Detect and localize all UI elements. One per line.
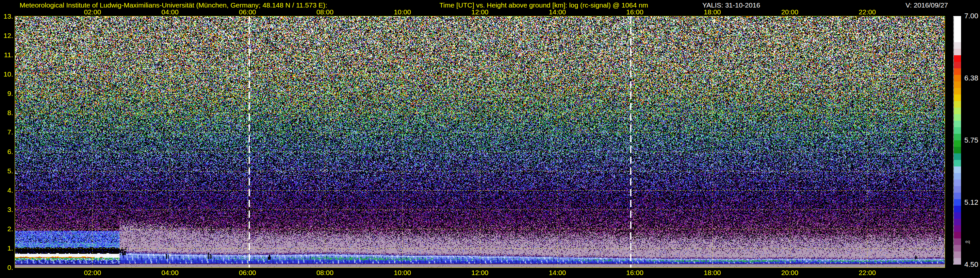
colorbar-segment xyxy=(954,94,961,101)
y-axis-label: 12. xyxy=(0,32,13,39)
y-axis-label: 2. xyxy=(0,225,13,233)
colorbar-segment xyxy=(954,238,961,245)
colorbar-segment xyxy=(954,81,961,88)
colorbar xyxy=(953,16,961,265)
colorbar-segment xyxy=(954,160,961,166)
top-time-label: 02:00 xyxy=(80,8,105,16)
colorbar-segment xyxy=(954,114,961,121)
colorbar-segment xyxy=(954,258,961,265)
bottom-time-label: 06:00 xyxy=(235,269,261,276)
top-time-label: 22:00 xyxy=(854,8,880,16)
colorbar-label: 7.00 xyxy=(964,12,978,20)
colorbar-label: 5.75 xyxy=(964,136,978,144)
y-axis-label: 7. xyxy=(0,128,13,136)
colorbar-label: 5.12 xyxy=(964,198,978,206)
colorbar-segment xyxy=(954,153,961,160)
colorbar-segment xyxy=(954,68,961,75)
bottom-time-label: 22:00 xyxy=(854,269,880,276)
top-time-label: 10:00 xyxy=(390,8,415,16)
y-axis-label: 6. xyxy=(0,148,13,155)
institute-title: Meteorological Institute of Ludwig-Maxim… xyxy=(20,1,327,9)
colorbar-segment xyxy=(954,206,961,212)
bottom-time-label: 16:00 xyxy=(622,269,648,276)
colorbar-segment xyxy=(954,62,961,68)
top-time-label: 12:00 xyxy=(467,8,493,16)
y-axis-label: 3. xyxy=(0,206,13,213)
system-date-label: YALIS: 31-10-2016 xyxy=(702,1,760,9)
y-axis-label: 11. xyxy=(0,51,13,59)
top-time-label: 18:00 xyxy=(699,8,725,16)
y-axis-label: 10. xyxy=(0,70,13,78)
colorbar-segment xyxy=(954,199,961,206)
lidar-heatmap-canvas xyxy=(15,16,945,268)
top-time-label: 06:00 xyxy=(235,8,261,16)
y-axis-label: 1. xyxy=(0,244,13,252)
top-time-label: 04:00 xyxy=(157,8,183,16)
colorbar-segment xyxy=(954,88,961,94)
plot-title: Time [UTC] vs. Height above ground [km]:… xyxy=(439,1,648,9)
colorbar-segment xyxy=(954,134,961,140)
colorbar-segment xyxy=(954,49,961,55)
bottom-time-label: 12:00 xyxy=(467,269,493,276)
top-time-label: 16:00 xyxy=(622,8,648,16)
top-time-label: 20:00 xyxy=(777,8,803,16)
y-axis-label: 8. xyxy=(0,109,13,117)
colorbar-segment xyxy=(954,42,961,49)
colorbar-segment xyxy=(954,219,961,225)
colorbar-label: 6.38 xyxy=(964,74,978,82)
colorbar-segment xyxy=(954,55,961,62)
top-time-label: 14:00 xyxy=(544,8,570,16)
colorbar-segment xyxy=(954,186,961,193)
lidar-quicklook-page: { "header": { "institute": "Meteorologic… xyxy=(0,0,980,278)
colorbar-label: 4.50 xyxy=(964,260,978,268)
y-axis-label: 9. xyxy=(0,89,13,97)
bottom-time-label: 18:00 xyxy=(699,269,725,276)
y-axis-label: 4. xyxy=(0,187,13,194)
colorbar-segment xyxy=(954,173,961,179)
colorbar-segment xyxy=(954,166,961,173)
colorbar-segment xyxy=(954,16,961,42)
colorbar-segment xyxy=(954,232,961,238)
colorbar-segment xyxy=(954,75,961,81)
colorbar-segment xyxy=(954,193,961,199)
version-label: V: 2016/09/27 xyxy=(905,1,948,9)
colorbar-segment xyxy=(954,251,961,258)
colorbar-unit-label: eq xyxy=(965,239,970,244)
colorbar-segment xyxy=(954,179,961,186)
y-axis-label: 13. xyxy=(0,13,13,20)
colorbar-segment xyxy=(954,108,961,114)
bottom-time-label: 08:00 xyxy=(312,269,338,276)
top-time-label: 08:00 xyxy=(312,8,338,16)
bottom-time-label: 10:00 xyxy=(390,269,415,276)
colorbar-segment xyxy=(954,101,961,108)
colorbar-segment xyxy=(954,212,961,219)
colorbar-segment xyxy=(954,140,961,147)
bottom-time-label: 14:00 xyxy=(544,269,570,276)
bottom-time-label: 20:00 xyxy=(777,269,803,276)
y-axis-label: 0. xyxy=(0,264,13,271)
y-axis-label: 5. xyxy=(0,167,13,175)
bottom-time-label: 04:00 xyxy=(157,269,183,276)
colorbar-segment xyxy=(954,245,961,251)
plot-area xyxy=(15,16,945,268)
colorbar-segment xyxy=(954,127,961,134)
colorbar-segment xyxy=(954,147,961,153)
bottom-time-label: 02:00 xyxy=(80,269,105,276)
colorbar-segment xyxy=(954,121,961,127)
colorbar-segment xyxy=(954,225,961,232)
